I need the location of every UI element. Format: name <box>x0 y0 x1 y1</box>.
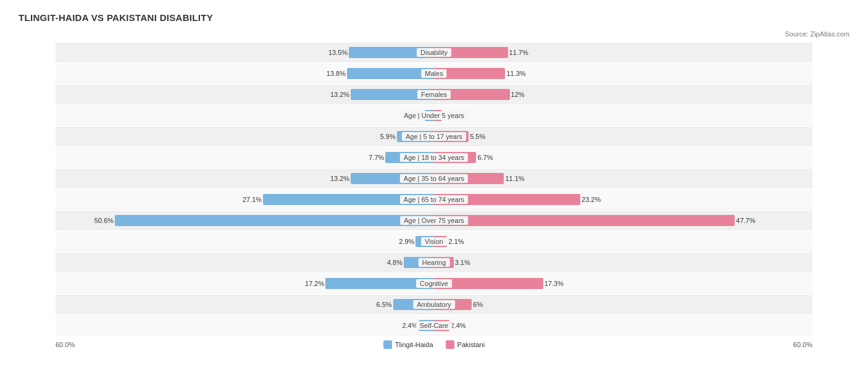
table-row: 50.6%47.7%Age | Over 75 years <box>56 211 812 230</box>
blue-bar-label: 2.4% <box>395 322 417 329</box>
pink-bar: 11.7% <box>434 47 508 58</box>
blue-bar: 13.5% <box>349 47 434 58</box>
blue-bar-label: 27.1% <box>240 196 262 203</box>
blue-bar-label: 6.5% <box>370 301 392 308</box>
right-side: 11.7% <box>434 44 812 61</box>
chart-container: 13.5%11.7%Disability13.8%11.3%Males13.2%… <box>56 43 812 335</box>
right-side: 1.3% <box>434 107 812 124</box>
pink-bar: 12% <box>434 89 510 100</box>
legend-tlingit-label: Tlingit-Haida <box>395 341 433 348</box>
right-side: 11.3% <box>434 65 812 82</box>
pink-bar: 2.1% <box>434 236 447 247</box>
blue-bar-label: 1.5% <box>401 112 424 119</box>
pink-bar-label: 47.7% <box>736 217 759 224</box>
blue-bar: 2.9% <box>415 236 434 247</box>
blue-bar: 1.5% <box>425 110 434 121</box>
table-row: 13.8%11.3%Males <box>56 64 812 83</box>
axis-label-left: 60.0% <box>56 341 75 348</box>
pink-bar: 47.7% <box>434 215 735 226</box>
left-side: 50.6% <box>56 212 434 229</box>
right-side: 3.1% <box>434 254 812 271</box>
blue-bar-label: 4.8% <box>380 259 403 266</box>
tlingit-swatch <box>383 340 392 349</box>
table-row: 5.9%5.5%Age | 5 to 17 years <box>56 127 812 146</box>
left-side: 13.2% <box>56 86 434 103</box>
pink-bar-label: 17.3% <box>545 280 568 287</box>
left-side: 7.7% <box>56 149 434 166</box>
pink-bar-label: 2.4% <box>451 322 474 329</box>
blue-bar-label: 13.8% <box>323 70 346 77</box>
blue-bar-label: 13.2% <box>327 175 349 182</box>
blue-bar: 2.4% <box>419 320 434 331</box>
left-side: 13.2% <box>56 170 434 187</box>
left-side: 2.9% <box>56 233 434 250</box>
pakistani-swatch <box>446 340 454 349</box>
pink-bar-label: 5.5% <box>470 133 493 140</box>
table-row: 2.4%2.4%Self-Care <box>56 316 812 335</box>
right-side: 23.2% <box>434 191 812 208</box>
left-side: 5.9% <box>56 128 434 145</box>
left-side: 13.5% <box>56 44 434 61</box>
blue-bar: 13.2% <box>351 173 434 184</box>
left-side: 17.2% <box>56 275 434 292</box>
pink-bar: 23.2% <box>434 194 580 205</box>
right-side: 6% <box>434 296 812 313</box>
axis-label-right: 60.0% <box>793 341 812 348</box>
blue-bar-label: 2.9% <box>392 238 414 245</box>
pink-bar-label: 6.7% <box>477 154 501 161</box>
table-row: 27.1%23.2%Age | 65 to 74 years <box>56 190 812 209</box>
blue-bar-label: 50.6% <box>91 217 114 224</box>
left-side: 1.5% <box>56 107 434 124</box>
legend-tlingit: Tlingit-Haida <box>383 340 433 349</box>
table-row: 13.2%11.1%Age | 35 to 64 years <box>56 169 812 188</box>
blue-bar-label: 7.7% <box>362 154 384 161</box>
right-side: 5.5% <box>434 128 812 145</box>
pink-bar-label: 11.3% <box>506 70 530 77</box>
right-side: 2.1% <box>434 233 812 250</box>
blue-bar-label: 17.2% <box>302 280 324 287</box>
pink-bar: 11.1% <box>434 173 504 184</box>
pink-bar: 11.3% <box>434 68 505 79</box>
pink-bar-label: 6% <box>473 301 496 308</box>
left-side: 13.8% <box>56 65 434 82</box>
left-side: 6.5% <box>56 296 434 313</box>
blue-bar: 7.7% <box>385 152 434 163</box>
pink-bar-label: 11.1% <box>505 175 528 182</box>
table-row: 7.7%6.7%Age | 18 to 34 years <box>56 148 812 167</box>
blue-bar-label: 5.9% <box>373 133 396 140</box>
pink-bar-label: 12% <box>511 91 535 98</box>
table-row: 13.2%12%Females <box>56 85 812 104</box>
pink-bar: 6% <box>434 299 472 310</box>
blue-bar: 6.5% <box>393 299 434 310</box>
pink-bar-label: 11.7% <box>509 49 533 56</box>
blue-bar: 5.9% <box>397 131 434 142</box>
blue-bar: 27.1% <box>263 194 434 205</box>
left-side: 27.1% <box>56 191 434 208</box>
table-row: 13.5%11.7%Disability <box>56 43 812 62</box>
blue-bar: 50.6% <box>115 215 434 226</box>
legend-pakistani: Pakistani <box>446 340 485 349</box>
blue-bar: 13.8% <box>347 68 434 79</box>
pink-bar: 2.4% <box>434 320 449 331</box>
right-side: 12% <box>434 86 812 103</box>
right-side: 11.1% <box>434 170 812 187</box>
page-title: TLINGIT-HAIDA VS PAKISTANI DISABILITY <box>19 12 849 23</box>
blue-bar: 13.2% <box>351 89 434 100</box>
pink-bar: 1.3% <box>434 110 442 121</box>
table-row: 2.9%2.1%Vision <box>56 232 812 251</box>
blue-bar: 17.2% <box>325 278 434 289</box>
source-text: Source: ZipAtlas.com <box>19 30 849 38</box>
pink-bar-label: 23.2% <box>582 196 605 203</box>
pink-bar: 6.7% <box>434 152 476 163</box>
pink-bar-label: 1.3% <box>443 112 467 119</box>
pink-bar: 5.5% <box>434 131 469 142</box>
footer-row: 60.0% Tlingit-Haida Pakistani 60.0% <box>56 340 812 349</box>
right-side: 47.7% <box>434 212 812 229</box>
blue-bar-label: 13.5% <box>325 49 348 56</box>
pink-bar: 17.3% <box>434 278 543 289</box>
pink-bar: 3.1% <box>434 257 454 268</box>
right-side: 17.3% <box>434 275 812 292</box>
table-row: 1.5%1.3%Age | Under 5 years <box>56 106 812 125</box>
chart-wrapper: 13.5%11.7%Disability13.8%11.3%Males13.2%… <box>19 43 849 349</box>
table-row: 6.5%6%Ambulatory <box>56 295 812 314</box>
